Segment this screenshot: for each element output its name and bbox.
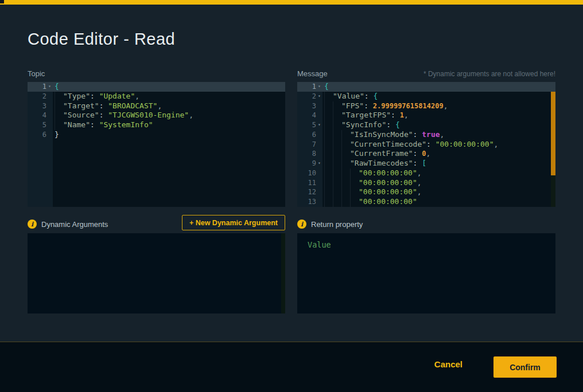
code-content: "00:00:00:00",: [322, 187, 555, 197]
fold-arrow-icon[interactable]: ▾: [316, 120, 322, 130]
token-key: "Name": [63, 120, 90, 129]
code-line[interactable]: 10"00:00:00:00",: [297, 168, 555, 178]
code-line[interactable]: 2"Type": "Update",: [28, 92, 285, 101]
indent-guide: [333, 197, 341, 207]
gutter: 5: [28, 120, 53, 130]
code-line[interactable]: 2▾"Value": {: [297, 92, 555, 101]
code-content: "TargetFPS": 1,: [322, 111, 555, 120]
fold-arrow-icon[interactable]: ▾: [316, 82, 322, 92]
token-light: :: [426, 140, 436, 148]
code-line[interactable]: 9▾"RawTimecodes": [: [297, 159, 555, 168]
gutter: 12: [297, 187, 322, 197]
indent-guide: [341, 197, 350, 207]
code-content: "IsInSyncMode": true,: [322, 130, 555, 140]
gutter: 3: [28, 101, 53, 111]
line-number: 13: [297, 197, 316, 207]
token-punc: ,: [417, 168, 422, 177]
message-header: Message * Dynamic arguments are not allo…: [297, 69, 555, 78]
indent-guide: [333, 140, 341, 150]
indent-guide: [341, 178, 350, 188]
info-icon: i: [297, 219, 306, 229]
token-num: 2.999997615814209: [373, 102, 444, 110]
code-line[interactable]: 11"00:00:00:00",: [297, 178, 555, 188]
code-line[interactable]: 12"00:00:00:00",: [297, 187, 555, 197]
token-key: "SyncInfo": [341, 120, 386, 129]
code-line[interactable]: 4"TargetFPS": 1,: [297, 111, 555, 120]
dynamic-arguments-list: [28, 233, 285, 313]
token-brace: {: [395, 120, 400, 129]
line-number: 2: [28, 92, 46, 101]
token-punc: ,: [189, 111, 193, 119]
indent-guide: [350, 168, 359, 178]
gutter: 3: [297, 101, 322, 111]
top-left-notch: [0, 0, 4, 3]
token-light: :: [364, 92, 374, 100]
indent-guide: [324, 92, 333, 101]
indent-guide: [333, 111, 341, 120]
fold-arrow-icon[interactable]: ▾: [46, 82, 53, 92]
indent-guide: [350, 187, 359, 197]
indent-guide: [333, 187, 341, 197]
code-line[interactable]: 6}: [28, 130, 285, 140]
code-line[interactable]: 5"Name": "SystemInfo": [28, 120, 285, 130]
message-code-editor[interactable]: 1▾{2▾"Value": {3"FPS": 2.999997615814209…: [297, 82, 555, 207]
token-key: "Type": [63, 92, 90, 100]
topic-code-editor[interactable]: 1▾{2"Type": "Update",3"Target": "BROADCA…: [28, 82, 285, 207]
code-line[interactable]: 4"Source": "TJCGWS010-Engine",: [28, 111, 285, 120]
token-punc: ,: [417, 178, 422, 187]
token-punc: ,: [426, 149, 430, 158]
confirm-button[interactable]: Confirm: [493, 356, 557, 378]
code-content: "Type": "Update",: [53, 92, 285, 101]
indent-guide: [341, 159, 350, 168]
code-content: "Source": "TJCGWS010-Engine",: [53, 111, 285, 120]
token-punc: ,: [404, 111, 409, 119]
code-content: "FPS": 2.999997615814209,: [322, 101, 555, 111]
fold-arrow-icon[interactable]: ▾: [316, 92, 322, 101]
indent-guide: [333, 130, 341, 140]
token-punc: ,: [444, 101, 448, 110]
code-content: "RawTimecodes": [: [322, 159, 555, 168]
dynamic-arguments-title: Dynamic Arguments: [41, 220, 108, 229]
cancel-button[interactable]: Cancel: [431, 359, 466, 370]
line-number: 3: [28, 101, 46, 111]
code-line[interactable]: 8"CurrentFrame": 0,: [297, 149, 555, 159]
token-light: :: [413, 149, 422, 158]
topic-label: Topic: [28, 69, 45, 78]
code-line[interactable]: 3"Target": "BROADCAST",: [28, 101, 285, 111]
code-content: {: [322, 82, 555, 92]
gutter: 11: [297, 178, 322, 188]
code-line[interactable]: 13"00:00:00:00": [297, 197, 555, 207]
dynamic-args-warning: * Dynamic arguments are not allowed here…: [423, 70, 555, 78]
indent-guide: [324, 168, 333, 178]
code-editor-dialog: Code Editor - Read Topic Message * Dynam…: [0, 0, 583, 392]
indent-guide: [350, 178, 359, 188]
code-line[interactable]: 6"IsInSyncMode": true,: [297, 130, 555, 140]
return-property-editor[interactable]: Value: [297, 233, 555, 313]
token-key: "Value": [333, 92, 364, 100]
indent-guide: [333, 159, 341, 168]
line-number: 3: [297, 101, 316, 111]
token-light: :: [391, 111, 400, 119]
indent-guide: [341, 140, 350, 150]
new-dynamic-argument-button[interactable]: + New Dynamic Argument: [182, 215, 285, 230]
token-str: "00:00:00:00": [359, 178, 417, 187]
code-line[interactable]: 5▾"SyncInfo": {: [297, 120, 555, 130]
gutter: 2▾: [297, 92, 322, 101]
gutter: 2: [28, 92, 53, 101]
token-brace: {: [324, 82, 329, 91]
code-line[interactable]: 3"FPS": 2.999997615814209,: [297, 101, 555, 111]
indent-guide: [324, 101, 333, 111]
token-key: "CurrentFrame": [350, 149, 413, 158]
line-number: 5: [28, 120, 46, 130]
gutter: 1▾: [297, 82, 322, 92]
line-number: 5: [297, 120, 316, 130]
fold-arrow-icon[interactable]: ▾: [316, 159, 322, 168]
return-property-header: i Return property: [297, 216, 555, 232]
code-line[interactable]: 1▾{: [297, 82, 555, 92]
code-content: "SyncInfo": {: [322, 120, 555, 130]
token-key: "Source": [63, 111, 99, 119]
code-line[interactable]: 1▾{: [28, 82, 285, 92]
code-line[interactable]: 7"CurrentTimecode": "00:00:00:00",: [297, 140, 555, 150]
gutter: 4: [297, 111, 322, 120]
indent-guide: [324, 149, 333, 159]
